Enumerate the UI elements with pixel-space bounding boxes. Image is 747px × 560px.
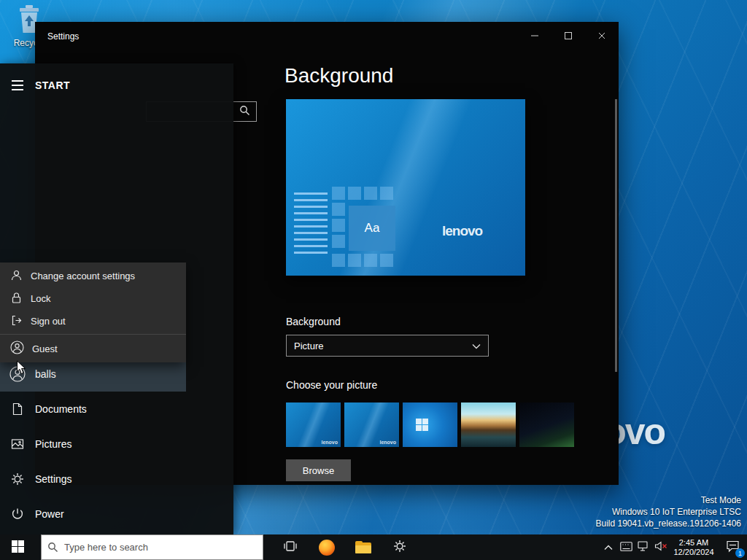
firefox-button[interactable]: [309, 534, 345, 560]
start-item-label: balls: [35, 368, 56, 380]
task-view-icon: [283, 539, 298, 556]
windows-logo-icon: [12, 540, 24, 555]
chevron-up-icon: [604, 542, 613, 553]
search-input[interactable]: [64, 542, 263, 553]
touch-keyboard-button[interactable]: [617, 534, 635, 560]
flyout-change-account-settings[interactable]: Change account settings: [0, 265, 186, 287]
preview-aa-tile: Aa: [349, 206, 395, 251]
sign-out-icon: [10, 314, 23, 329]
minimize-icon: [529, 30, 541, 44]
thumbnail-beach[interactable]: [461, 402, 516, 447]
background-dropdown-label: Background: [286, 316, 341, 327]
user-avatar-icon: [0, 366, 35, 382]
page-title: Background: [285, 64, 393, 88]
clock-date: 12/20/2024: [673, 548, 713, 557]
start-item-settings[interactable]: Settings: [0, 462, 186, 497]
background-type-value: Picture: [294, 341, 323, 351]
tray-overflow-button[interactable]: [600, 534, 617, 560]
settings-title-bar: Settings: [35, 22, 619, 51]
network-button[interactable]: [635, 534, 652, 560]
minimize-button[interactable]: [518, 22, 551, 51]
gear-icon: [392, 539, 407, 556]
volume-muted-icon: [654, 541, 667, 553]
action-center-button[interactable]: 1: [718, 534, 747, 560]
guest-avatar-icon: [10, 341, 24, 357]
flyout-lock[interactable]: Lock: [0, 287, 186, 310]
start-item-pictures[interactable]: Pictures: [0, 427, 186, 462]
taskbar: 2:45 AM 12/20/2024 1: [0, 534, 747, 560]
windows-logo-icon: [416, 419, 428, 431]
start-menu-header: START: [0, 74, 70, 97]
close-button[interactable]: [585, 22, 619, 51]
flyout-guest[interactable]: Guest: [0, 336, 186, 361]
search-icon: [47, 542, 58, 553]
flyout-item-label: Guest: [32, 343, 58, 354]
network-icon: [638, 541, 650, 553]
test-mode-line1: Test Mode: [596, 494, 742, 506]
firefox-icon: [319, 540, 335, 556]
documents-icon: [0, 402, 35, 416]
window-title: Settings: [47, 31, 79, 42]
thumb2-watermark: lenovo: [379, 440, 396, 445]
thumbnail-lenovo-1[interactable]: lenovo: [286, 402, 341, 447]
flyout-item-label: Change account settings: [31, 271, 135, 281]
start-item-label: Settings: [35, 473, 72, 485]
power-icon: [0, 507, 35, 521]
start-item-label: Pictures: [35, 438, 72, 450]
test-mode-watermark: Test Mode Windows 10 IoT Enterprise LTSC…: [596, 494, 742, 529]
lock-icon: [10, 292, 23, 306]
test-mode-line3: Build 19041.vb_release.191206-1406: [596, 518, 742, 529]
settings-taskbar-button[interactable]: [382, 534, 418, 560]
file-explorer-icon: [355, 541, 371, 553]
preview-start-list: [294, 192, 328, 254]
flyout-item-label: Lock: [31, 293, 50, 304]
taskbar-app-icons: [272, 534, 418, 560]
start-menu: START Change account settings Lock: [0, 63, 233, 534]
start-item-label: Power: [35, 508, 64, 520]
user-account-flyout: Change account settings Lock Sign out: [0, 262, 186, 362]
background-type-dropdown[interactable]: Picture: [286, 335, 489, 357]
search-icon: [239, 105, 250, 119]
settings-scrollbar[interactable]: [615, 99, 617, 372]
thumbnail-night-sky[interactable]: [519, 402, 574, 447]
start-item-documents[interactable]: Documents: [0, 392, 186, 427]
touch-keyboard-icon: [620, 542, 632, 553]
system-tray: 2:45 AM 12/20/2024 1: [600, 534, 747, 560]
thumbnail-lenovo-2[interactable]: lenovo: [344, 402, 399, 447]
start-button[interactable]: [0, 534, 35, 560]
notification-badge: 1: [735, 548, 745, 558]
taskbar-search[interactable]: [41, 534, 263, 560]
preview-lenovo-watermark: lenovo: [442, 223, 482, 239]
close-icon: [596, 30, 608, 44]
screen: lenovo Recycle Test Mode Windows 10 IoT …: [0, 0, 747, 560]
start-item-label: Documents: [35, 403, 87, 415]
account-settings-icon: [10, 269, 23, 284]
background-preview: Aa lenovo: [286, 99, 525, 276]
file-explorer-button[interactable]: [345, 534, 382, 560]
choose-picture-label: Choose your picture: [286, 379, 377, 391]
thumbnail-windows-default[interactable]: [403, 402, 457, 447]
browse-button[interactable]: Browse: [286, 459, 351, 481]
pictures-icon: [0, 437, 35, 451]
maximize-icon: [562, 30, 574, 44]
test-mode-line2: Windows 10 IoT Enterprise LTSC: [596, 506, 742, 518]
volume-muted-button[interactable]: [652, 534, 670, 560]
maximize-button[interactable]: [551, 22, 585, 51]
hamburger-menu-button[interactable]: [0, 74, 35, 97]
task-view-button[interactable]: [272, 534, 309, 560]
window-controls: [518, 22, 619, 51]
start-item-power[interactable]: Power: [0, 497, 186, 532]
thumb1-watermark: lenovo: [321, 440, 338, 445]
chevron-down-icon: [472, 341, 481, 351]
taskbar-clock[interactable]: 2:45 AM 12/20/2024: [670, 534, 718, 560]
clock-time: 2:45 AM: [679, 538, 708, 548]
start-menu-title: START: [35, 79, 70, 91]
gear-icon: [0, 472, 35, 486]
picture-thumbnails: lenovo lenovo: [286, 402, 574, 447]
flyout-item-label: Sign out: [31, 316, 66, 327]
flyout-sign-out[interactable]: Sign out: [0, 310, 186, 332]
flyout-divider: [0, 334, 186, 335]
